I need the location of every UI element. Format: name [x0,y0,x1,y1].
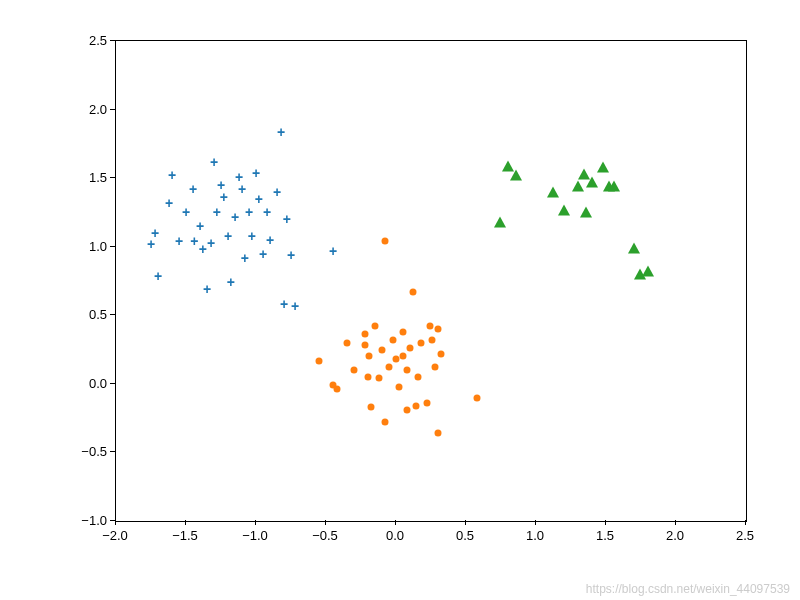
dot-icon [366,353,373,360]
data-point [376,375,383,382]
x-tick [255,520,256,525]
triangle-icon [628,243,640,254]
data-point: + [175,232,183,250]
data-point [409,288,416,295]
triangle-icon [642,266,654,277]
data-point [412,402,419,409]
dot-icon [435,326,442,333]
data-point [429,336,436,343]
plus-icon: + [220,189,228,205]
plus-icon: + [203,281,211,297]
triangle-icon [586,177,598,188]
y-tick [110,40,115,41]
triangle-icon [510,170,522,181]
plus-icon: + [196,218,204,234]
y-tick-label: 1.0 [75,238,107,253]
data-point [381,419,388,426]
data-point: + [277,123,285,141]
plus-icon: + [248,228,256,244]
data-point: + [255,190,263,208]
plus-icon: + [210,154,218,170]
y-tick-label: 2.5 [75,33,107,48]
data-point: + [283,210,291,228]
plus-icon: + [207,235,215,251]
plus-icon: + [273,184,281,200]
data-point: + [280,295,288,313]
data-point [372,323,379,330]
data-point [474,394,481,401]
plus-icon: + [224,228,232,244]
data-point [367,404,374,411]
data-point: + [203,280,211,298]
x-tick [325,520,326,525]
data-point: + [241,249,249,267]
data-point [362,342,369,349]
data-point: + [196,217,204,235]
data-point [381,238,388,245]
data-point: + [273,183,281,201]
y-tick-label: 1.5 [75,170,107,185]
plus-icon: + [291,298,299,314]
data-point: + [266,231,274,249]
dot-icon [423,400,430,407]
dot-icon [390,336,397,343]
dot-icon [362,342,369,349]
dot-icon [426,323,433,330]
triangle-icon [572,181,584,192]
data-point [404,406,411,413]
data-point [393,356,400,363]
data-point: + [287,246,295,264]
y-tick [110,314,115,315]
plus-icon: + [277,124,285,140]
dot-icon [379,346,386,353]
dot-icon [395,383,402,390]
x-tick-label: −2.0 [102,528,128,543]
plot-area: +++++++++++++++++++++++++++++++++++++ [115,40,747,522]
dot-icon [437,350,444,357]
data-point: + [182,203,190,221]
data-point: + [189,180,197,198]
dot-icon [393,356,400,363]
x-tick-label: −1.5 [172,528,198,543]
dot-icon [365,374,372,381]
plus-icon: + [175,233,183,249]
x-tick [605,520,606,525]
data-point: + [224,227,232,245]
plus-icon: + [151,225,159,241]
triangle-icon [494,217,506,228]
data-point: + [151,224,159,242]
x-tick [185,520,186,525]
x-tick-label: 2.0 [666,528,684,543]
dot-icon [474,394,481,401]
dot-icon [381,419,388,426]
data-point: + [168,166,176,184]
y-tick-label: 0.0 [75,375,107,390]
y-tick [110,451,115,452]
data-point: + [199,240,207,258]
data-point [344,339,351,346]
data-point: + [291,297,299,315]
data-point [379,346,386,353]
watermark-text: https://blog.csdn.net/weixin_44097539 [586,582,790,596]
data-point [407,345,414,352]
triangle-icon [597,162,609,173]
x-tick-label: 0.5 [456,528,474,543]
dot-icon [316,357,323,364]
plus-icon: + [165,195,173,211]
data-point [390,336,397,343]
data-point [316,357,323,364]
data-point: + [207,234,215,252]
dot-icon [435,430,442,437]
dot-icon [400,328,407,335]
data-point [435,430,442,437]
plus-icon: + [245,204,253,220]
data-point [423,400,430,407]
plus-icon: + [266,232,274,248]
data-point [365,374,372,381]
dot-icon [415,374,422,381]
data-point [351,367,358,374]
dot-icon [407,345,414,352]
data-point [415,374,422,381]
x-tick-label: −1.0 [242,528,268,543]
plus-icon: + [287,247,295,263]
